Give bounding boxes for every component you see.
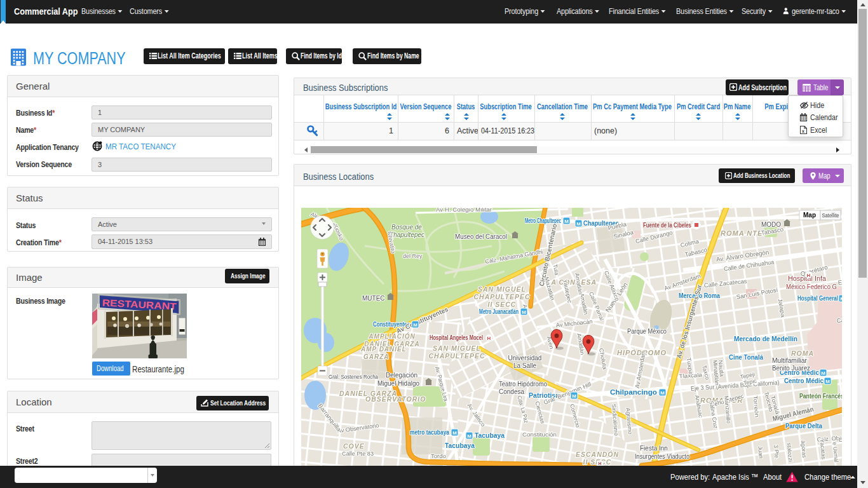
svg-text:ROMA: ROMA xyxy=(791,349,814,357)
svg-text:H: H xyxy=(487,336,491,341)
svg-text:Hospital General: Hospital General xyxy=(797,294,838,302)
svg-text:México Federico G: México Federico G xyxy=(786,283,837,290)
svg-text:Constitución: Constitución xyxy=(522,431,557,438)
svg-text:Universidad: Universidad xyxy=(508,355,542,362)
svg-text:Condesa: Condesa xyxy=(499,388,524,395)
svg-text:AMP DANIEL: AMP DANIEL xyxy=(360,346,407,353)
svg-text:COVE: COVE xyxy=(343,442,365,450)
svg-text:La Salle: La Salle xyxy=(513,362,537,369)
svg-text:Av H. Colegio Militar: Av H. Colegio Militar xyxy=(436,208,492,213)
svg-text:M: M xyxy=(576,221,581,227)
svg-text:Tordo: Tordo xyxy=(431,452,446,459)
svg-text:ROMA NTE.: ROMA NTE. xyxy=(721,229,765,237)
svg-text:Parque México: Parque México xyxy=(627,328,667,335)
svg-text:Delegación: Delegación xyxy=(386,372,417,379)
svg-text:M: M xyxy=(825,379,830,384)
svg-text:Benito Juarez: Benito Juarez xyxy=(772,365,810,372)
svg-text:LA CONDESA: LA CONDESA xyxy=(546,278,597,286)
svg-text:Fuente de la Cibeles: Fuente de la Cibeles xyxy=(643,222,691,229)
svg-text:Eje 2: Eje 2 xyxy=(837,278,842,286)
svg-text:Gral. Sostenes Rocha: Gral. Sostenes Rocha xyxy=(329,373,379,380)
svg-text:SAN MIGUEL: SAN MIGUEL xyxy=(433,344,481,352)
svg-text:Centro Médico: Centro Médico xyxy=(784,377,827,384)
svg-text:Bosque de: Bosque de xyxy=(391,224,422,231)
svg-text:CHAPULTEPEC: CHAPULTEPEC xyxy=(429,352,485,360)
svg-text:Metro Chapultepec: Metro Chapultepec xyxy=(525,217,561,224)
svg-text:Satellite: Satellite xyxy=(822,212,839,219)
svg-text:M: M xyxy=(522,309,526,315)
svg-text:M: M xyxy=(452,430,457,436)
svg-text:II SECC: II SECC xyxy=(488,301,517,308)
svg-text:ESCANDÓN: ESCANDÓN xyxy=(576,451,619,458)
svg-text:Calle D: Calle D xyxy=(836,316,842,324)
svg-text:Teatro Hipódromo: Teatro Hipódromo xyxy=(499,381,547,388)
svg-text:M: M xyxy=(467,433,471,439)
svg-text:MUTEC: MUTEC xyxy=(362,295,385,302)
svg-text:Esp: Esp xyxy=(839,437,842,443)
svg-text:GARZA: GARZA xyxy=(363,353,390,360)
svg-text:Museo del Caracol: Museo del Caracol xyxy=(455,233,507,240)
svg-text:AMPLIACIÓN: AMPLIACIÓN xyxy=(368,332,415,340)
svg-text:Multifamiliar: Multifamiliar xyxy=(772,357,808,364)
svg-text:M: M xyxy=(821,370,825,376)
svg-text:M: M xyxy=(840,296,842,302)
svg-text:3 Pte.: 3 Pte. xyxy=(773,445,780,460)
svg-text:Map: Map xyxy=(803,212,816,219)
svg-text:del Rey: del Rey xyxy=(403,253,423,259)
svg-text:Insurgentes Viaducto: Insurgentes Viaducto xyxy=(635,453,689,460)
svg-text:Chilpancingo: Chilpancingo xyxy=(610,388,657,396)
svg-text:M: M xyxy=(564,219,569,224)
svg-text:Miguel Hidalgo: Miguel Hidalgo xyxy=(377,380,419,387)
svg-text:M: M xyxy=(660,390,665,396)
svg-text:M: M xyxy=(572,393,576,399)
svg-text:x: x xyxy=(802,129,804,133)
svg-text:Mercado de Medellín: Mercado de Medellín xyxy=(734,335,797,342)
svg-text:SAN MIGUEL: SAN MIGUEL xyxy=(478,285,526,293)
svg-text:Fiesta Inn: Fiesta Inn xyxy=(640,445,668,452)
svg-text:Tacubaya: Tacubaya xyxy=(445,442,475,449)
svg-text:H: H xyxy=(807,273,811,278)
svg-text:metro tacubaya: metro tacubaya xyxy=(410,428,449,436)
svg-text:Juan: Juan xyxy=(757,446,764,459)
svg-text:Cine Tonalá: Cine Tonalá xyxy=(729,353,763,361)
svg-text:CHAPULTEPEC: CHAPULTEPEC xyxy=(474,293,531,301)
svg-text:Calle Pte 83: Calle Pte 83 xyxy=(342,450,374,457)
svg-text:H: H xyxy=(598,461,601,466)
svg-text:Hospital Angeles Mocel: Hospital Angeles Mocel xyxy=(430,334,483,341)
svg-text:Parque Delta: Parque Delta xyxy=(785,422,822,430)
svg-text:M: M xyxy=(413,322,417,328)
svg-text:Metro Juanacatlán: Metro Juanacatlán xyxy=(479,308,519,315)
svg-text:Panteón Francés: Panteón Francés xyxy=(799,393,842,400)
svg-text:OBSERVATORIO: OBSERVATORIO xyxy=(365,395,426,403)
svg-text:Tacubaya: Tacubaya xyxy=(475,431,505,439)
